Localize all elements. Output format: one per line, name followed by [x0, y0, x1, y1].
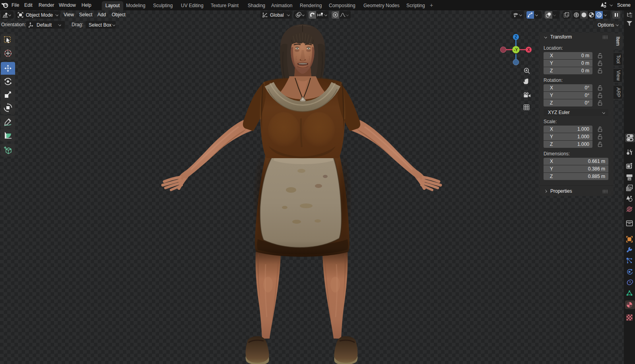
svg-text:-Y: -Y	[514, 48, 518, 52]
svg-text:X: X	[527, 48, 530, 52]
svg-text:Z: Z	[515, 35, 517, 39]
